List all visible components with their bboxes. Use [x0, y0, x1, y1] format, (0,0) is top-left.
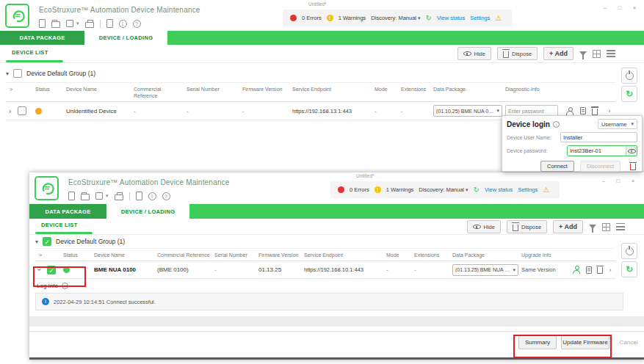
- dispose-button[interactable]: Dispose: [507, 220, 547, 233]
- view-status-link[interactable]: View status: [485, 186, 513, 193]
- user-type-dropdown[interactable]: Username: [598, 119, 637, 129]
- device-group-row[interactable]: Device Default Group (1): [29, 235, 644, 248]
- app-title: EcoStruxure™ Automation Device Maintenan…: [68, 178, 230, 186]
- list-view-icon[interactable]: [616, 223, 625, 230]
- settings-link[interactable]: Settings: [518, 186, 538, 193]
- disconnect-button[interactable]: Disconnect: [580, 161, 621, 172]
- show-password-button[interactable]: [626, 146, 637, 156]
- warnings-count: 1 Warnings: [339, 15, 366, 21]
- row-details-icon[interactable]: ›: [609, 107, 611, 114]
- close-icon[interactable]: ×: [631, 4, 638, 11]
- summary-button[interactable]: Summary: [518, 335, 557, 349]
- grid-view-icon[interactable]: [602, 223, 610, 231]
- add-button[interactable]: + Add: [543, 47, 574, 60]
- device-report-icon[interactable]: [586, 266, 592, 274]
- hide-button[interactable]: Hide: [467, 220, 501, 233]
- print-icon[interactable]: [85, 22, 94, 28]
- info-icon[interactable]: [148, 192, 156, 200]
- commercial-reference-cell: (BME 0100): [157, 266, 214, 273]
- report-icon[interactable]: [106, 19, 113, 28]
- tab-device-list[interactable]: DEVICE LIST: [41, 222, 78, 228]
- discovery-dropdown[interactable]: Discovery: Manual: [371, 15, 420, 21]
- help-icon[interactable]: [133, 20, 141, 28]
- group-collapse-icon[interactable]: [6, 70, 9, 77]
- grid-view-icon[interactable]: [593, 50, 601, 58]
- log-help-icon[interactable]: [62, 283, 68, 289]
- device-group-row[interactable]: Device Default Group (1): [0, 65, 644, 82]
- service-endpoint-cell: https://192.168.13.1:443: [292, 108, 375, 114]
- row-collapse-icon[interactable]: [35, 269, 43, 271]
- tab-data-package[interactable]: DATA PACKAGE: [29, 204, 106, 219]
- tab-device-list[interactable]: DEVICE LIST: [12, 49, 48, 56]
- group-checkbox[interactable]: [13, 69, 22, 78]
- close-icon[interactable]: ×: [629, 178, 637, 184]
- connect-button[interactable]: Connect: [540, 161, 574, 172]
- toolbar-separator: [129, 192, 130, 200]
- view-status-link[interactable]: View status: [437, 15, 465, 21]
- discovery-dropdown[interactable]: Discovery: Manual: [419, 186, 468, 193]
- new-document-icon[interactable]: [39, 19, 46, 28]
- remove-login-icon[interactable]: [630, 164, 636, 170]
- info-badge-icon: [42, 298, 49, 305]
- row-details-icon[interactable]: ›: [609, 266, 612, 274]
- side-panel-sync-button[interactable]: ↻: [621, 261, 637, 277]
- hide-button[interactable]: Hide: [457, 47, 491, 60]
- group-checkbox[interactable]: [43, 237, 51, 246]
- extensions-cell: -: [401, 108, 433, 114]
- save-dropdown-icon[interactable]: ▾: [106, 193, 109, 199]
- row-checkbox[interactable]: [47, 266, 56, 274]
- side-panel-power-button[interactable]: [621, 243, 637, 259]
- cancel-button[interactable]: Cancel: [614, 335, 643, 349]
- settings-link[interactable]: Settings: [470, 15, 490, 21]
- device-report-icon[interactable]: [580, 107, 586, 114]
- side-panel-power-button[interactable]: [621, 68, 637, 84]
- row-checkbox[interactable]: [18, 106, 26, 115]
- maximize-icon[interactable]: □: [615, 178, 622, 184]
- side-panel-sync-button[interactable]: ↻: [621, 86, 637, 102]
- password-input[interactable]: [568, 146, 626, 156]
- active-tab-underline: [35, 232, 93, 234]
- login-user-icon[interactable]: [566, 107, 574, 115]
- update-firmware-button[interactable]: Update Firmware: [561, 335, 609, 349]
- report-icon[interactable]: [136, 192, 142, 200]
- window-bottom-edge: [29, 357, 644, 360]
- maximize-icon[interactable]: □: [616, 4, 623, 11]
- device-row[interactable]: BME NUA 0100 (BME 0100) - 01.13.25 https…: [35, 261, 615, 279]
- refresh-icon[interactable]: ↻: [426, 15, 432, 22]
- dispose-button[interactable]: Dispose: [497, 47, 538, 60]
- add-button[interactable]: + Add: [553, 220, 583, 233]
- refresh-icon[interactable]: ↻: [474, 186, 480, 194]
- info-icon[interactable]: [119, 20, 127, 28]
- data-package-dropdown[interactable]: (01.13.25) BME NUA 0100: [452, 264, 518, 276]
- minimize-icon[interactable]: –: [600, 178, 607, 184]
- help-icon[interactable]: [162, 192, 170, 200]
- save-icon[interactable]: [66, 20, 73, 27]
- open-icon[interactable]: [81, 194, 90, 200]
- open-icon[interactable]: [51, 21, 60, 28]
- hide-button-label: Hide: [474, 51, 485, 57]
- row-expand-icon[interactable]: [9, 107, 11, 115]
- save-icon[interactable]: [95, 192, 103, 200]
- filter-icon[interactable]: [589, 225, 596, 229]
- delete-device-icon[interactable]: [592, 109, 598, 115]
- new-document-icon[interactable]: [68, 192, 75, 200]
- delete-device-icon[interactable]: [597, 267, 603, 274]
- minimize-icon[interactable]: –: [601, 4, 609, 11]
- group-collapse-icon[interactable]: [35, 238, 38, 245]
- tab-device-loading[interactable]: DEVICE / LOADING: [84, 31, 167, 45]
- filter-icon[interactable]: [579, 51, 587, 56]
- tab-data-package[interactable]: DATA PACKAGE: [0, 31, 84, 45]
- tab-device-loading[interactable]: DEVICE / LOADING: [106, 204, 189, 219]
- col-serial-number: Serial Number: [214, 252, 258, 258]
- list-view-icon[interactable]: [607, 50, 615, 57]
- logged-in-user-icon[interactable]: [573, 266, 581, 274]
- save-dropdown-icon[interactable]: ▾: [76, 21, 79, 26]
- username-input[interactable]: [560, 132, 637, 142]
- login-help-icon[interactable]: [553, 121, 560, 128]
- data-package-dropdown[interactable]: (01.10.25) BME NUA 0100: [433, 105, 502, 117]
- scroll-band[interactable]: [29, 316, 644, 327]
- col-firmware-version: Firmware Version: [258, 252, 304, 258]
- print-icon[interactable]: [115, 194, 123, 200]
- popup-title: Device login: [507, 120, 550, 128]
- sync-icon: ↻: [626, 265, 633, 274]
